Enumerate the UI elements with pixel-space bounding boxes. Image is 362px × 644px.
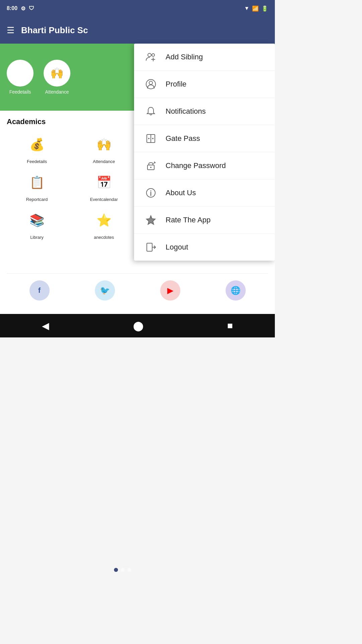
app-title: Bharti Public Sc [21,25,88,36]
wifi-icon: ▼ [244,5,249,11]
feedetails-circle-icon: ₹ [7,60,34,87]
notifications-label: Notifications [166,107,206,116]
shield-icon: 🛡 [29,5,34,11]
rate-app-label: Rate The App [166,216,210,224]
reportcard-icon: 📋 [25,171,49,194]
feedetails-icon: 💰 [25,133,49,156]
profile-label: Profile [166,80,186,89]
facebook-button[interactable]: f [29,280,50,301]
status-bar: 8:00 ⚙ 🛡 ▼ 📶 🔋 [0,0,275,17]
about-us-icon [144,186,158,200]
attendance-icon: 🙌 [92,133,116,156]
profile-icon [144,77,158,91]
library-icon: 📚 [25,209,49,232]
menu-item-logout[interactable]: Logout [134,234,275,261]
logout-icon [144,240,158,254]
time-display: 8:00 [7,5,17,11]
settings-icon: ⚙ [21,5,25,12]
menu-item-profile[interactable]: Profile [134,71,275,98]
logout-label: Logout [166,243,188,252]
svg-point-15 [150,191,152,192]
attendance-circle-icon: 🙌 [44,60,70,87]
menu-item-gate-pass[interactable]: Gate Pass [134,125,275,152]
reportcard-label: Reportcard [26,197,48,202]
notifications-icon [144,105,158,118]
app-header: ☰ Bharti Public Sc [0,17,275,44]
svg-point-0 [148,53,151,57]
anecdotes-icon: ⭐ [92,209,116,232]
change-password-icon [144,159,158,172]
banner-feedetails[interactable]: ₹ Feedetails [7,60,34,95]
recents-button[interactable]: ■ [227,320,233,331]
status-left: 8:00 ⚙ 🛡 [7,5,34,12]
grid-item-reportcard[interactable]: 📋 Reportcard [7,171,67,202]
anecdotes-label: anecdotes [94,235,114,240]
slider-dot-2[interactable] [121,568,125,572]
svg-point-8 [148,138,149,139]
rate-app-icon [144,213,158,227]
twitter-button[interactable]: 🐦 [95,280,115,301]
library-label: Library [30,235,44,240]
menu-item-rate-app[interactable]: Rate The App [134,207,275,234]
attendance-label: Attendance [93,159,115,164]
banner-attendance-label: Attendance [45,89,69,95]
grid-item-eventcalendar[interactable]: 📅 Eventcalendar [74,171,134,202]
youtube-icon: ▶ [167,286,173,295]
banner-feedetails-label: Feedetails [9,89,31,95]
svg-point-11 [150,167,152,168]
change-password-label: Change Password [166,161,226,170]
menu-item-notifications[interactable]: Notifications [134,98,275,125]
menu-item-change-password[interactable]: Change Password [134,152,275,179]
back-button[interactable]: ◀ [42,320,49,331]
grid-item-feedetails[interactable]: 💰 Feedetails [7,133,67,164]
eventcalendar-label: Eventcalendar [90,197,118,202]
menu-item-add-sibling[interactable]: Add Sibling [134,44,275,71]
svg-point-1 [152,54,155,56]
svg-point-5 [149,81,153,85]
signal-icon: 📶 [252,5,259,12]
website-button[interactable]: 🌐 [226,280,246,301]
banner-attendance[interactable]: 🙌 Attendance [44,60,70,95]
status-right: ▼ 📶 🔋 [244,5,268,12]
eventcalendar-icon: 📅 [92,171,116,194]
social-footer: f 🐦 ▶ 🌐 [7,273,268,307]
grid-item-attendance[interactable]: 🙌 Attendance [74,133,134,164]
svg-marker-17 [146,216,155,224]
svg-point-9 [152,138,154,139]
facebook-icon: f [38,286,41,295]
slider-dot-1[interactable] [114,568,118,572]
twitter-icon: 🐦 [100,286,110,295]
svg-rect-18 [147,243,152,251]
hamburger-menu[interactable]: ☰ [7,25,14,36]
youtube-button[interactable]: ▶ [160,280,180,301]
gate-pass-label: Gate Pass [166,134,200,143]
slider-dot-3[interactable] [127,568,131,572]
about-us-label: About Us [166,189,196,197]
home-button[interactable]: ⬤ [133,320,143,331]
website-icon: 🌐 [231,286,241,295]
dropdown-menu: Add Sibling Profile Notifications [134,44,275,261]
feedetails-label: Feedetails [27,159,47,164]
gate-pass-icon [144,132,158,145]
add-sibling-label: Add Sibling [166,53,203,61]
add-sibling-icon [144,50,158,64]
menu-item-about-us[interactable]: About Us [134,179,275,207]
navigation-bar: ◀ ⬤ ■ [0,314,275,337]
grid-item-anecdotes[interactable]: ⭐ anecdotes [74,209,134,240]
battery-icon: 🔋 [261,5,268,12]
grid-item-library[interactable]: 📚 Library [7,209,67,240]
